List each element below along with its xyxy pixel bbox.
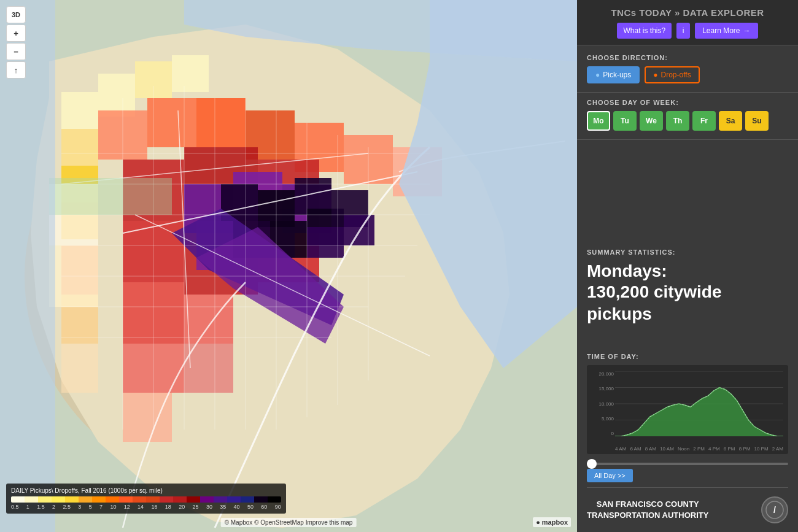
- chart-container: 20,000 15,000 10,000 5,000 0: [587, 365, 788, 454]
- chart-area: [615, 371, 783, 436]
- info-button[interactable]: i: [676, 23, 690, 39]
- y-label-5000: 5,000: [592, 416, 614, 422]
- svg-rect-36: [307, 227, 344, 258]
- sidebar: TNCs TODAY » DATA EXPLORER What is this?…: [577, 0, 798, 532]
- spacer: [577, 140, 798, 239]
- header-buttons: What is this? i Learn More →: [587, 23, 788, 39]
- zoom-in-button[interactable]: +: [6, 25, 26, 42]
- sidebar-footer: SAN FRANCISCO COUNTY TRANSPORTATION AUTH…: [577, 488, 798, 532]
- day-sunday-button[interactable]: Su: [745, 111, 769, 131]
- legend-color-bar: [11, 496, 281, 503]
- day-monday-button[interactable]: Mo: [587, 111, 610, 131]
- sidebar-header: TNCs TODAY » DATA EXPLORER What is this?…: [577, 0, 798, 45]
- 3d-button[interactable]: 3D: [6, 6, 26, 23]
- title-part2: DATA EXPLORER: [683, 7, 764, 18]
- svg-rect-3: [61, 92, 98, 129]
- map-legend: DAILY Pickups\ Dropoffs, Fall 2016 (1000…: [6, 484, 286, 514]
- compass-button[interactable]: ↑: [6, 61, 26, 79]
- svg-rect-7: [61, 129, 98, 166]
- title-separator: »: [672, 7, 683, 18]
- all-day-button[interactable]: All Day >>: [587, 469, 633, 482]
- day-tuesday-button[interactable]: Tu: [613, 111, 637, 131]
- legend-title: DAILY Pickups\ Dropoffs, Fall 2016 (1000…: [11, 487, 281, 494]
- svg-rect-70: [49, 178, 172, 215]
- direction-section: CHOOSE DIRECTION: ● Pick-ups ● Drop-offs: [577, 45, 798, 93]
- what-is-this-button[interactable]: What is this?: [617, 23, 672, 39]
- svg-rect-12: [196, 98, 246, 147]
- legend-labels: 0.511.522.535710121416182025303540506090: [11, 504, 281, 510]
- tod-section: TIME OF DAY: 20,000 15,000 10,000 5,000 …: [577, 353, 798, 460]
- header-title: TNCs TODAY » DATA EXPLORER: [587, 7, 788, 18]
- direction-label: CHOOSE DIRECTION:: [587, 54, 788, 61]
- chart-svg: [615, 371, 783, 436]
- slider-section: All Day >>: [577, 460, 798, 487]
- day-of-week-section: CHOOSE DAY OF WEEK: Mo Tu We Th Fr Sa Su: [577, 93, 798, 140]
- dow-buttons: Mo Tu We Th Fr Sa Su: [587, 111, 788, 131]
- day-thursday-button[interactable]: Th: [666, 111, 689, 131]
- stats-count: 130,200 citywide pickups: [587, 281, 788, 326]
- day-saturday-button[interactable]: Sa: [719, 111, 742, 131]
- map-credit: © Mapbox © OpenStreetMap Improve this ma…: [221, 518, 357, 527]
- svg-text:/: /: [773, 505, 776, 515]
- dropoffs-button[interactable]: ● Drop-offs: [645, 66, 699, 83]
- y-label-20000: 20,000: [592, 371, 614, 377]
- svg-rect-6: [172, 55, 209, 92]
- y-label-0: 0: [592, 431, 614, 436]
- time-slider[interactable]: [587, 463, 788, 465]
- map-container: 3D + − ↑ DAILY Pickups\ Dropoffs, Fall 2…: [0, 0, 577, 532]
- svg-rect-42: [184, 295, 233, 344]
- pickups-icon: ●: [595, 71, 600, 79]
- learn-more-button[interactable]: Learn More →: [695, 23, 757, 39]
- svg-rect-41: [123, 393, 172, 442]
- svg-rect-46: [61, 344, 98, 393]
- y-label-15000: 15,000: [592, 386, 614, 391]
- zoom-out-button[interactable]: −: [6, 43, 26, 60]
- map-controls: 3D + − ↑: [6, 6, 26, 79]
- day-wednesday-button[interactable]: We: [640, 111, 663, 131]
- title-part1: TNCs TODAY: [611, 7, 672, 18]
- y-label-10000: 10,000: [592, 401, 614, 407]
- org-name: SAN FRANCISCO COUNTY TRANSPORTATION AUTH…: [587, 499, 708, 521]
- stats-label: SUMMARY STATISTICS:: [587, 249, 788, 256]
- svg-rect-11: [147, 98, 196, 147]
- stats-day: Mondays:: [587, 261, 788, 282]
- mapbox-attribution: ● mapbox: [533, 517, 571, 527]
- pickups-button[interactable]: ● Pick-ups: [587, 66, 640, 83]
- tod-label: TIME OF DAY:: [587, 353, 788, 360]
- x-axis-labels: 4 AM6 AM8 AM10 AMNoon2 PM4 PM6 PM8 PM10 …: [615, 446, 783, 452]
- dow-label: CHOOSE DAY OF WEEK:: [587, 99, 788, 106]
- sfcta-logo: /: [761, 496, 788, 523]
- day-friday-button[interactable]: Fr: [692, 111, 716, 131]
- stats-section: SUMMARY STATISTICS: Mondays: 130,200 cit…: [577, 239, 798, 353]
- dropoffs-icon: ●: [653, 71, 657, 79]
- direction-buttons: ● Pick-ups ● Drop-offs: [587, 66, 788, 83]
- svg-rect-4: [98, 74, 135, 117]
- svg-rect-71: [0, 0, 55, 532]
